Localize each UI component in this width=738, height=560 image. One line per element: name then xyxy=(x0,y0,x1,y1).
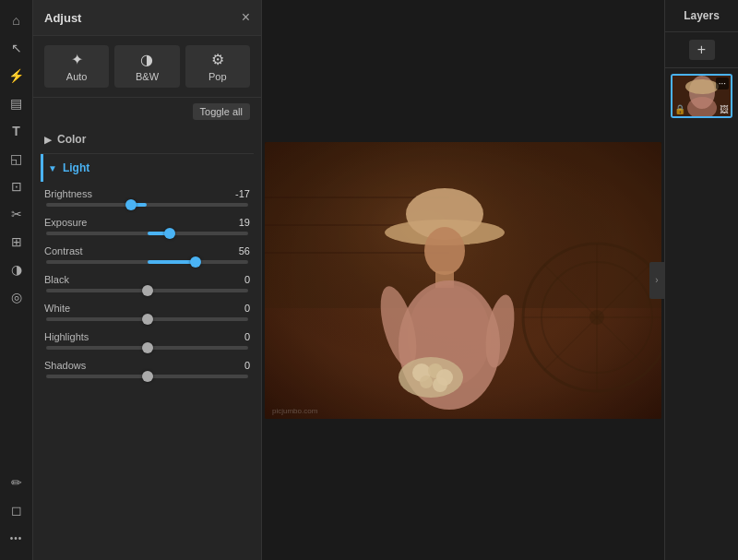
pop-label: Pop xyxy=(208,71,227,82)
brightness-thumb[interactable] xyxy=(125,199,137,210)
white-label: White xyxy=(44,303,70,314)
layer-menu-icon[interactable]: ··· xyxy=(716,77,729,89)
highlights-thumb[interactable] xyxy=(142,342,153,353)
exposure-track xyxy=(46,232,248,235)
contrast-value: 56 xyxy=(239,245,250,256)
stamp-icon[interactable]: ◎ xyxy=(4,284,30,310)
shapes-icon[interactable]: ◱ xyxy=(4,146,30,172)
white-row: White 0 xyxy=(41,296,254,325)
color-chevron: ▶ xyxy=(44,135,52,145)
adjust-header: Adjust × xyxy=(33,0,261,36)
cursor-icon[interactable]: ↖ xyxy=(4,35,30,61)
auto-icon: ✦ xyxy=(71,51,83,68)
left-toolbar: ⌂ ↖ ⚡ ▤ T ◱ ⊡ ✂ ⊞ ◑ ◎ ✏ ◻ ••• xyxy=(0,0,33,560)
svg-point-31 xyxy=(685,79,719,94)
sections-container: ▶ Color ▼ Light Brightness -17 Exposure … xyxy=(33,125,261,560)
exposure-value: 19 xyxy=(239,217,250,228)
add-layer-button[interactable]: + xyxy=(689,40,715,60)
shadows-thumb[interactable] xyxy=(142,371,153,382)
brightness-label: Brightness xyxy=(44,188,92,199)
shadows-track xyxy=(46,375,248,378)
color-section-header[interactable]: ▶ Color xyxy=(41,125,254,154)
white-thumb[interactable] xyxy=(142,314,153,325)
layer-lock-icon: 🔒 xyxy=(674,104,685,114)
light-chevron: ▼ xyxy=(48,163,57,173)
highlights-value: 0 xyxy=(244,331,250,342)
adjust-panel: Adjust × ✦ Auto ◑ B&W ⚙ Pop Toggle all ▶… xyxy=(33,0,262,560)
highlights-row: Highlights 0 xyxy=(41,325,254,353)
white-track xyxy=(46,317,248,321)
adjustments-icon[interactable]: ⊞ xyxy=(4,229,30,255)
black-label: Black xyxy=(44,274,69,285)
black-row: Black 0 xyxy=(41,268,254,296)
layer-photo-icon: 🖼 xyxy=(720,104,729,114)
svg-rect-27 xyxy=(265,142,661,419)
more-icon[interactable]: ••• xyxy=(4,525,30,551)
pen-icon[interactable]: ✏ xyxy=(4,470,30,495)
black-thumb[interactable] xyxy=(142,285,153,296)
toggle-all-button[interactable]: Toggle all xyxy=(193,103,250,120)
contrast-row: Contrast 56 xyxy=(41,239,254,268)
contrast-label: Contrast xyxy=(44,245,83,256)
brightness-value: -17 xyxy=(235,188,250,199)
lightning-icon[interactable]: ⚡ xyxy=(4,63,30,89)
panel-title: Adjust xyxy=(44,11,81,25)
layers-icon[interactable]: ▤ xyxy=(4,90,30,116)
close-button[interactable]: × xyxy=(242,9,250,26)
highlights-track xyxy=(46,346,248,350)
layers-panel: Layers + ··· 🔒 🖼 xyxy=(664,0,738,560)
auto-label: Auto xyxy=(66,71,88,82)
svg-text:picjumbo.com: picjumbo.com xyxy=(272,407,318,415)
preset-buttons-row: ✦ Auto ◑ B&W ⚙ Pop xyxy=(33,36,261,98)
light-section-header[interactable]: ▼ Light xyxy=(41,154,254,182)
shadows-label: Shadows xyxy=(44,360,86,371)
collapse-panel-arrow[interactable]: › xyxy=(649,262,664,299)
exposure-thumb[interactable] xyxy=(164,228,175,239)
black-track xyxy=(46,289,248,292)
eraser-icon[interactable]: ◻ xyxy=(4,497,30,523)
highlights-label: Highlights xyxy=(44,331,89,342)
canvas-image: picjumbo.com xyxy=(265,142,661,419)
auto-preset-button[interactable]: ✦ Auto xyxy=(44,45,109,88)
brightness-track xyxy=(46,203,248,207)
pop-preset-button[interactable]: ⚙ Pop xyxy=(185,45,250,88)
brightness-row: Brightness -17 xyxy=(41,182,254,210)
bw-label: B&W xyxy=(136,71,159,82)
bw-icon: ◑ xyxy=(140,51,153,68)
contrast-track xyxy=(46,260,248,264)
layers-header: Layers xyxy=(665,0,738,32)
scissors-icon[interactable]: ✂ xyxy=(4,201,30,227)
home-icon[interactable]: ⌂ xyxy=(4,7,30,33)
exposure-label: Exposure xyxy=(44,217,87,228)
pop-icon: ⚙ xyxy=(211,51,224,68)
contrast-thumb[interactable] xyxy=(190,256,201,268)
layer-thumbnail[interactable]: ··· 🔒 🖼 xyxy=(671,74,732,118)
color-label: Color xyxy=(57,133,86,146)
layers-add-row: + xyxy=(665,32,738,68)
exposure-row: Exposure 19 xyxy=(41,210,254,239)
toggle-all-row: Toggle all xyxy=(33,98,261,125)
main-canvas-area: picjumbo.com › xyxy=(262,0,664,560)
shadows-value: 0 xyxy=(244,360,250,371)
circle-half-icon[interactable]: ◑ xyxy=(4,256,30,282)
shadows-row: Shadows 0 xyxy=(41,353,254,382)
bw-preset-button[interactable]: ◑ B&W xyxy=(114,45,179,88)
black-value: 0 xyxy=(244,274,250,285)
light-label: Light xyxy=(63,161,89,174)
crop-icon[interactable]: ⊡ xyxy=(4,173,30,199)
white-value: 0 xyxy=(244,303,250,314)
text-icon[interactable]: T xyxy=(4,118,30,144)
